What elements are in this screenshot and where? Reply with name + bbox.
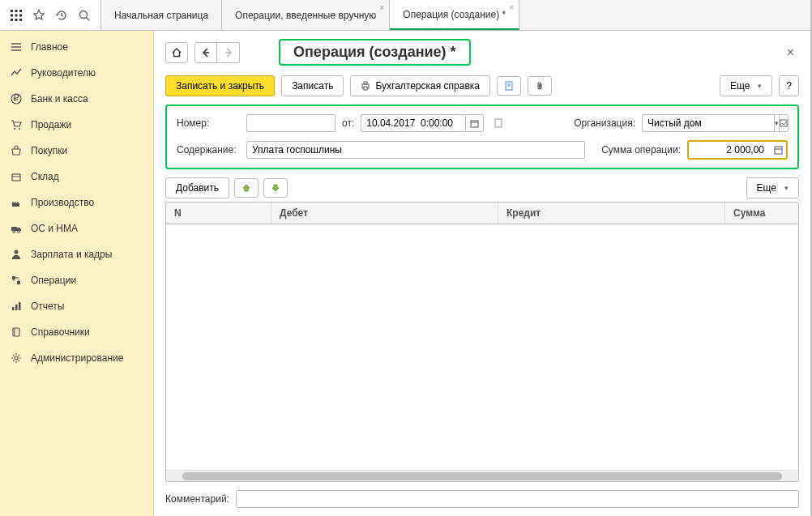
sidebar-item-label: Руководителю (31, 67, 96, 79)
close-icon[interactable]: × (379, 3, 384, 12)
number-input[interactable] (246, 114, 335, 132)
open-icon[interactable] (780, 114, 788, 132)
save-close-button[interactable]: Записать и закрыть (165, 75, 275, 96)
table-toolbar: Добавить Еще (165, 177, 799, 198)
table-more-button[interactable]: Еще (746, 177, 799, 198)
sidebar-item-sales[interactable]: Продажи (0, 112, 153, 138)
print-icon (361, 81, 370, 91)
page-title-box: Операция (создание) * (279, 39, 471, 66)
comment-label: Комментарий: (165, 493, 229, 505)
sum-input[interactable] (690, 143, 771, 157)
sidebar-item-manager[interactable]: Руководителю (0, 60, 153, 86)
tab-home[interactable]: Начальная страница (101, 0, 222, 30)
sidebar-item-purchases[interactable]: Покупки (0, 138, 153, 164)
svg-rect-6 (11, 19, 13, 21)
sidebar-item-warehouse[interactable]: Склад (0, 164, 153, 190)
add-button[interactable]: Добавить (165, 177, 229, 198)
form-row-2: Содержание: Сумма операции: (177, 140, 788, 160)
sidebar-item-production[interactable]: Производство (0, 190, 153, 215)
sidebar-item-admin[interactable]: Администрирование (0, 345, 153, 371)
tab-label: Операция (создание) * (403, 9, 506, 20)
close-button[interactable]: × (782, 45, 799, 60)
main: Главное Руководителю ₽Банк и касса Прода… (0, 31, 810, 516)
calculator-icon[interactable] (771, 143, 785, 157)
content: Операция (создание) * × Записать и закры… (154, 31, 810, 516)
back-button[interactable] (194, 42, 217, 63)
svg-rect-5 (19, 14, 22, 16)
action-bar: Записать и закрыть Записать Бухгалтерска… (165, 75, 799, 96)
sidebar-item-salary[interactable]: Зарплата и кадры (0, 241, 153, 267)
bars-icon (10, 300, 23, 313)
move-up-button[interactable] (234, 178, 259, 198)
svg-point-31 (15, 356, 18, 360)
svg-rect-7 (15, 19, 18, 21)
svg-point-9 (80, 11, 88, 18)
gear-icon (10, 352, 23, 365)
table-body[interactable] (166, 224, 798, 470)
acc-report-button[interactable]: Бухгалтерская справка (350, 75, 490, 96)
close-icon[interactable]: × (509, 3, 514, 12)
search-icon[interactable] (73, 4, 96, 27)
date-input[interactable] (361, 114, 466, 132)
form-row-1: Номер: от: Организация: ▾ (177, 114, 788, 132)
scroll-thumb[interactable] (182, 472, 782, 480)
tab-operation-create[interactable]: Операция (создание) * × (390, 0, 519, 30)
apps-icon[interactable] (5, 4, 28, 27)
sidebar-item-label: Банк и касса (31, 93, 88, 104)
history-icon[interactable] (50, 4, 73, 27)
sidebar-item-main[interactable]: Главное (0, 34, 153, 60)
truck-icon (10, 222, 23, 235)
sidebar-item-operations[interactable]: Операции (0, 267, 153, 293)
sidebar-item-catalogs[interactable]: Справочники (0, 319, 153, 345)
content-input[interactable] (246, 141, 585, 159)
forward-button[interactable] (217, 42, 240, 63)
person-icon (10, 248, 23, 261)
col-n[interactable]: N (166, 203, 271, 224)
col-debit[interactable]: Дебет (271, 203, 498, 224)
svg-point-23 (15, 250, 19, 254)
attach-button[interactable] (528, 76, 552, 96)
org-label: Организация: (574, 117, 635, 129)
col-credit[interactable]: Кредит (498, 203, 725, 224)
svg-rect-8 (19, 19, 22, 21)
col-sum[interactable]: Сумма (725, 203, 798, 224)
sidebar-item-reports[interactable]: Отчеты (0, 293, 153, 319)
sidebar-item-label: Операции (31, 275, 76, 286)
from-label: от: (342, 117, 354, 129)
org-input[interactable] (642, 114, 775, 132)
more-button[interactable]: Еще (720, 75, 772, 96)
sidebar: Главное Руководителю ₽Банк и касса Прода… (0, 31, 154, 516)
svg-rect-36 (364, 87, 367, 90)
page-title: Операция (создание) * (293, 44, 456, 61)
svg-rect-20 (11, 227, 17, 231)
calendar-icon[interactable] (466, 114, 484, 132)
svg-point-22 (18, 231, 20, 233)
basket-icon (10, 144, 23, 157)
cart-icon (10, 118, 23, 131)
help-button[interactable]: ? (779, 75, 799, 96)
svg-line-10 (87, 17, 90, 20)
save-button[interactable]: Записать (281, 75, 344, 96)
move-down-button[interactable] (263, 178, 288, 198)
star-icon[interactable] (28, 4, 50, 27)
chart-icon (10, 66, 23, 79)
home-button[interactable] (165, 42, 188, 63)
tab-manual-ops[interactable]: Операции, введенные вручную × (222, 0, 390, 30)
number-label: Номер: (177, 117, 240, 129)
sidebar-item-bank[interactable]: ₽Банк и касса (0, 86, 153, 112)
svg-rect-29 (13, 328, 19, 336)
sidebar-item-label: Главное (31, 41, 68, 53)
comment-input[interactable] (236, 490, 799, 508)
svg-rect-24 (12, 276, 15, 279)
table: N Дебет Кредит Сумма (165, 202, 799, 482)
doc-icon[interactable] (490, 118, 506, 128)
report-button[interactable] (497, 76, 521, 96)
svg-rect-26 (12, 307, 15, 310)
menu-icon (10, 41, 23, 53)
sidebar-item-assets[interactable]: ОС и НМА (0, 215, 153, 241)
sidebar-item-label: Покупки (31, 145, 67, 156)
svg-rect-2 (19, 10, 22, 12)
svg-rect-18 (12, 174, 20, 181)
horizontal-scrollbar[interactable] (166, 470, 798, 481)
sidebar-item-label: Администрирование (31, 352, 123, 364)
